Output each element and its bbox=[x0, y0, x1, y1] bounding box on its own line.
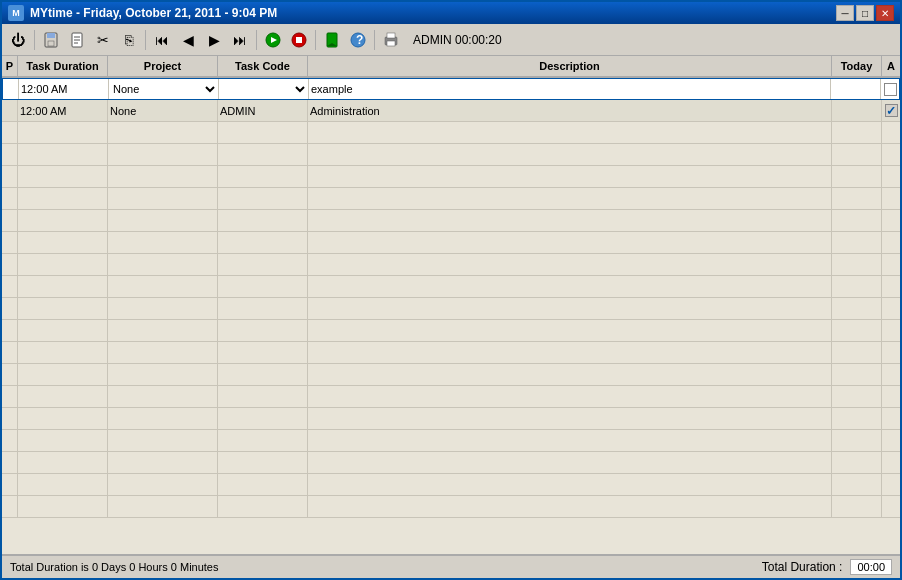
col-header-a: A bbox=[882, 56, 900, 76]
row1-duration-cell bbox=[19, 79, 109, 99]
row2-today-cell bbox=[832, 100, 882, 121]
row2-description-value: Administration bbox=[310, 105, 380, 117]
app-icon: M bbox=[8, 5, 24, 21]
empty-row bbox=[2, 452, 900, 474]
print-icon[interactable] bbox=[379, 28, 403, 52]
row2-checkbox[interactable]: ✓ bbox=[885, 104, 898, 117]
row2-duration-value: 12:00 AM bbox=[20, 105, 66, 117]
empty-row bbox=[2, 342, 900, 364]
total-duration-value: 00:00 bbox=[850, 559, 892, 575]
col-header-today: Today bbox=[832, 56, 882, 76]
close-button[interactable]: ✕ bbox=[876, 5, 894, 21]
row1-today-cell bbox=[831, 79, 881, 99]
admin-badge: ADMIN 00:00:20 bbox=[413, 33, 502, 47]
separator-5 bbox=[374, 30, 375, 50]
status-bar: Total Duration is 0 Days 0 Hours 0 Minut… bbox=[2, 554, 900, 578]
copy-icon[interactable]: ⎘ bbox=[117, 28, 141, 52]
table-header: P Task Duration Project Task Code Descri… bbox=[2, 56, 900, 78]
separator-4 bbox=[315, 30, 316, 50]
table-area: P Task Duration Project Task Code Descri… bbox=[2, 56, 900, 554]
row1-p-cell bbox=[3, 79, 19, 99]
row1-taskcode-select[interactable] bbox=[219, 80, 308, 98]
last-record-icon[interactable]: ⏭ bbox=[228, 28, 252, 52]
separator-2 bbox=[145, 30, 146, 50]
empty-row bbox=[2, 188, 900, 210]
row2-project-cell: None bbox=[108, 100, 218, 121]
svg-rect-10 bbox=[296, 37, 302, 43]
row1-a-cell bbox=[881, 79, 899, 99]
empty-row bbox=[2, 386, 900, 408]
svg-rect-16 bbox=[387, 33, 395, 38]
empty-row bbox=[2, 430, 900, 452]
empty-row bbox=[2, 298, 900, 320]
svg-rect-17 bbox=[387, 41, 395, 46]
bookmark-icon[interactable] bbox=[320, 28, 344, 52]
row1-project-select[interactable]: None bbox=[109, 80, 218, 98]
col-header-description: Description bbox=[308, 56, 832, 76]
row2-project-value: None bbox=[110, 105, 136, 117]
row2-taskcode-cell: ADMIN bbox=[218, 100, 308, 121]
window-title: MYtime - Friday, October 21, 2011 - 9:04… bbox=[30, 6, 277, 20]
title-buttons: ─ □ ✕ bbox=[836, 5, 894, 21]
empty-row bbox=[2, 276, 900, 298]
save-icon[interactable] bbox=[39, 28, 63, 52]
cut-icon[interactable]: ✂ bbox=[91, 28, 115, 52]
checkmark-icon: ✓ bbox=[886, 104, 896, 118]
new-doc-icon[interactable] bbox=[65, 28, 89, 52]
table-row: None bbox=[2, 78, 900, 100]
svg-rect-1 bbox=[47, 33, 55, 38]
row1-checkbox[interactable] bbox=[884, 83, 897, 96]
row1-project-cell: None bbox=[109, 79, 219, 99]
empty-row bbox=[2, 364, 900, 386]
prev-record-icon[interactable]: ◀ bbox=[176, 28, 200, 52]
main-window: M MYtime - Friday, October 21, 2011 - 9:… bbox=[0, 0, 902, 580]
status-right: Total Duration : 00:00 bbox=[762, 559, 892, 575]
row2-p-cell bbox=[2, 100, 18, 121]
col-header-project: Project bbox=[108, 56, 218, 76]
empty-row bbox=[2, 166, 900, 188]
col-header-duration: Task Duration bbox=[18, 56, 108, 76]
separator-3 bbox=[256, 30, 257, 50]
svg-text:?: ? bbox=[356, 33, 363, 47]
empty-row bbox=[2, 232, 900, 254]
col-header-taskcode: Task Code bbox=[218, 56, 308, 76]
row1-description-input[interactable] bbox=[309, 83, 830, 95]
title-bar-left: M MYtime - Friday, October 21, 2011 - 9:… bbox=[8, 5, 277, 21]
empty-row bbox=[2, 474, 900, 496]
toolbar: ⏻ ✂ ⎘ ⏮ ◀ ▶ ⏭ ? ADMIN 00:00:2 bbox=[2, 24, 900, 56]
col-header-p: P bbox=[2, 56, 18, 76]
start-timer-icon[interactable] bbox=[261, 28, 285, 52]
row2-description-cell: Administration bbox=[308, 100, 832, 121]
empty-row bbox=[2, 408, 900, 430]
row2-taskcode-value: ADMIN bbox=[220, 105, 255, 117]
stop-timer-icon[interactable] bbox=[287, 28, 311, 52]
row1-duration-input[interactable] bbox=[19, 83, 108, 95]
row1-taskcode-cell bbox=[219, 79, 309, 99]
status-total-duration-text: Total Duration is 0 Days 0 Hours 0 Minut… bbox=[10, 561, 218, 573]
empty-row bbox=[2, 254, 900, 276]
row1-description-cell bbox=[309, 79, 831, 99]
svg-rect-2 bbox=[48, 41, 54, 46]
next-record-icon[interactable]: ▶ bbox=[202, 28, 226, 52]
table-row: 12:00 AM None ADMIN Administration ✓ bbox=[2, 100, 900, 122]
empty-row bbox=[2, 496, 900, 518]
maximize-button[interactable]: □ bbox=[856, 5, 874, 21]
first-record-icon[interactable]: ⏮ bbox=[150, 28, 174, 52]
separator-1 bbox=[34, 30, 35, 50]
help-icon[interactable]: ? bbox=[346, 28, 370, 52]
empty-row bbox=[2, 210, 900, 232]
minimize-button[interactable]: ─ bbox=[836, 5, 854, 21]
empty-row bbox=[2, 144, 900, 166]
empty-row bbox=[2, 320, 900, 342]
title-bar: M MYtime - Friday, October 21, 2011 - 9:… bbox=[2, 2, 900, 24]
total-duration-label: Total Duration : bbox=[762, 560, 843, 574]
power-icon[interactable]: ⏻ bbox=[6, 28, 30, 52]
row2-a-cell: ✓ bbox=[882, 100, 900, 121]
table-body: None 12:00 bbox=[2, 78, 900, 554]
empty-row bbox=[2, 122, 900, 144]
row2-duration-cell: 12:00 AM bbox=[18, 100, 108, 121]
